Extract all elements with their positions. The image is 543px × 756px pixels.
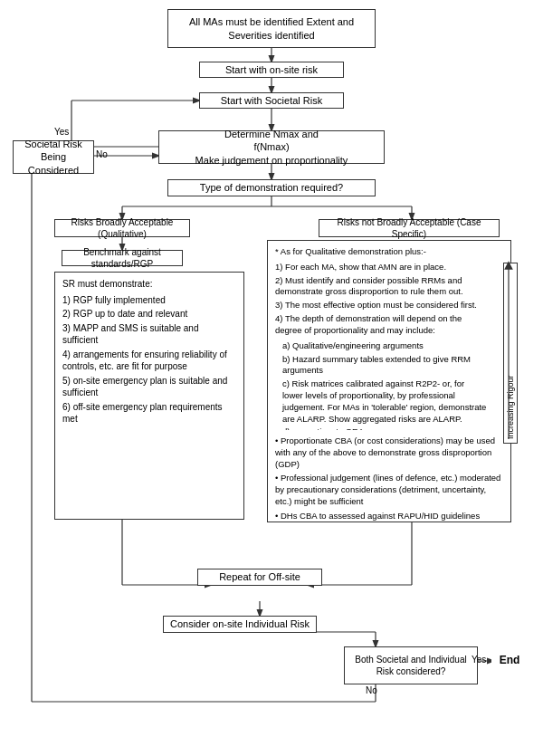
qualitative-box: Risks Broadly Acceptable (Qualitative) xyxy=(54,219,190,237)
end-box: End xyxy=(491,652,528,670)
qual-item-2: 2) RGP up to date and relevant xyxy=(62,308,236,321)
societal-risk-start-box: Start with Societal Risk xyxy=(199,92,344,109)
flowchart-diagram: All MAs must be identified Extent and Se… xyxy=(0,0,543,756)
qualitative-content-box: SR must demonstrate: 1) RGP fully implem… xyxy=(54,272,244,520)
case-specific-box: Risks not Broadly Acceptable (Case Speci… xyxy=(319,219,500,237)
no-label-societal: No xyxy=(96,149,108,159)
both-considered-box: Both Societal and Individual Risk consid… xyxy=(344,646,478,684)
bullet-1: • Proportionate CBA (or cost considerati… xyxy=(275,435,501,470)
qualitative-text: Risks Broadly Acceptable (Qualitative) xyxy=(61,216,184,240)
case-item-2: 2) Must identify and consider possible R… xyxy=(275,275,487,299)
yes-label-both: Yes xyxy=(472,655,486,665)
bullet-3: • DHs CBA to assessed against RAPU/HID g… xyxy=(275,511,501,522)
repeat-offsite-text: Repeat for Off-site xyxy=(219,570,300,583)
qual-item-3: 3) MAPP and SMS is suitable and sufficie… xyxy=(62,322,236,347)
case-item-1: 1) For each MA, show that AMN are in pla… xyxy=(275,262,487,273)
case-item-3: 3) The most effective option must be con… xyxy=(275,300,487,311)
case-sub-a: a) Qualitative/engineering arguments xyxy=(282,340,487,352)
qual-item-5: 5) on-site emergency plan is suitable an… xyxy=(62,375,236,399)
no-label-both: No xyxy=(366,685,377,695)
qualitative-title: SR must demonstrate: xyxy=(62,278,236,291)
all-mas-text: All MAs must be identified Extent and Se… xyxy=(174,15,369,42)
end-text: End xyxy=(500,654,520,668)
bullets-box: • Proportionate CBA (or cost considerati… xyxy=(267,430,511,522)
benchmark-box: Benchmark against standards/RGP xyxy=(62,250,183,266)
case-specific-text: Risks not Broadly Acceptable (Case Speci… xyxy=(325,216,493,240)
all-mas-box: All MAs must be identified Extent and Se… xyxy=(167,9,376,48)
benchmark-text: Benchmark against standards/RGP xyxy=(68,246,176,270)
type-demo-text: Type of demonstration required? xyxy=(200,181,343,194)
consider-individual-text: Consider on-site Individual Risk xyxy=(170,617,310,630)
on-site-risk-text: Start with on-site risk xyxy=(225,63,318,76)
case-item-4: 4) The depth of demonstration will depen… xyxy=(275,313,487,337)
societal-being-text: Societal Risk Being Considered xyxy=(19,138,88,177)
qual-item-1: 1) RGP fully implemented xyxy=(62,294,236,307)
increasing-rigour-label: Increasing Rigour xyxy=(503,263,518,444)
consider-individual-box: Consider on-site Individual Risk xyxy=(163,616,317,633)
both-considered-text: Both Societal and Individual Risk consid… xyxy=(350,654,472,677)
determine-nmax-text: Determine Nmax andf(Nmax)Make judgement … xyxy=(195,128,348,167)
societal-risk-start-text: Start with Societal Risk xyxy=(221,94,322,107)
on-site-risk-box: Start with on-site risk xyxy=(199,62,344,78)
case-intro: * As for Qualitative demonstration plus:… xyxy=(275,246,487,258)
qual-item-4: 4) arrangements for ensuring reliability… xyxy=(62,349,236,373)
societal-being-considered-box: Societal Risk Being Considered xyxy=(13,140,94,174)
determine-nmax-box: Determine Nmax andf(Nmax)Make judgement … xyxy=(158,130,385,164)
qual-item-6: 6) off-site emergency plan requirements … xyxy=(62,401,236,426)
case-sub-c: c) Risk matrices calibrated against R2P2… xyxy=(282,378,487,425)
case-sub-b: b) Hazard summary tables extended to giv… xyxy=(282,354,487,378)
bullet-2: • Professional judgement (lines of defen… xyxy=(275,473,501,507)
type-demo-box: Type of demonstration required? xyxy=(167,179,376,196)
repeat-offsite-box: Repeat for Off-site xyxy=(197,569,322,586)
yes-label-societal: Yes xyxy=(54,127,69,137)
